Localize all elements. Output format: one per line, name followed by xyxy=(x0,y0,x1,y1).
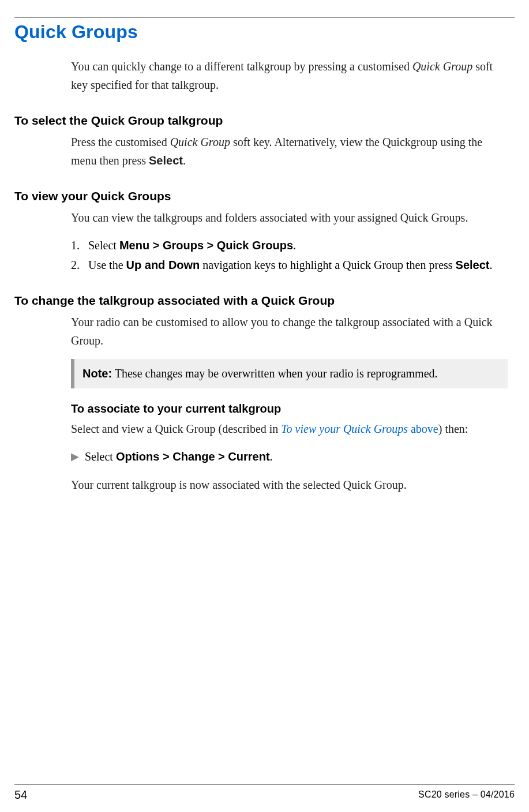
step-2-a: Use the xyxy=(88,259,126,271)
page-title: Quick Groups xyxy=(14,21,515,43)
sec3-sub-p1: Select and view a Quick Group (described… xyxy=(71,420,508,439)
sec1-text-c: . xyxy=(183,154,186,167)
sec3-sub-p1a: Select and view a Quick Group (described… xyxy=(71,422,281,435)
sec3-result: Your current talkgroup is now associated… xyxy=(71,476,508,495)
step-2-d: Select xyxy=(456,259,490,271)
step-2-b: Up and Down xyxy=(126,259,200,271)
step-1-a: Select xyxy=(88,239,119,252)
intro-italic: Quick Group xyxy=(412,60,472,73)
step-1-c: . xyxy=(293,239,296,252)
page-number: 54 xyxy=(14,788,27,802)
sec3-sub-p1b: ) then: xyxy=(438,422,468,435)
bullet-a: Select xyxy=(85,450,116,463)
section-heading-change: To change the talkgroup associated with … xyxy=(14,294,515,308)
document-id: SC20 series – 04/2016 xyxy=(418,788,515,802)
note-box: Note: These changes may be overwritten w… xyxy=(71,359,508,388)
intro-paragraph: You can quickly change to a different ta… xyxy=(71,58,508,94)
note-text: These changes may be overwritten when yo… xyxy=(112,367,437,380)
step-1: 1. Select Menu > Groups > Quick Groups. xyxy=(71,237,508,255)
sec1-bold: Select xyxy=(149,154,183,167)
top-rule xyxy=(14,17,515,18)
intro-pre: You can quickly change to a different ta… xyxy=(71,60,412,73)
bullet-step: ▶ Select Options > Change > Current. xyxy=(71,448,508,466)
link-above[interactable]: above xyxy=(408,422,438,435)
sec2-intro: You can view the talkgroups and folders … xyxy=(71,209,508,227)
steps-list: 1. Select Menu > Groups > Quick Groups. … xyxy=(71,237,508,274)
step-2-num: 2. xyxy=(71,256,80,274)
sec3-intro: Your radio can be customised to allow yo… xyxy=(71,313,508,350)
step-1-num: 1. xyxy=(71,237,80,255)
note-label: Note: xyxy=(82,367,112,380)
sec1-paragraph: Press the customised Quick Group soft ke… xyxy=(71,133,508,170)
step-1-b: Menu > Groups > Quick Groups xyxy=(119,239,293,252)
link-view-quick-groups[interactable]: To view your Quick Groups xyxy=(281,422,408,435)
sec1-italic: Quick Group xyxy=(170,136,230,148)
step-2: 2. Use the Up and Down navigation keys t… xyxy=(71,256,508,274)
sec1-text-a: Press the customised xyxy=(71,136,170,148)
section-heading-view: To view your Quick Groups xyxy=(14,189,515,203)
bullet-c: . xyxy=(270,450,273,463)
bullet-content: Select Options > Change > Current. xyxy=(85,448,273,466)
step-2-e: . xyxy=(490,259,493,271)
bullet-marker-icon: ▶ xyxy=(71,448,79,466)
section-heading-select: To select the Quick Group talkgroup xyxy=(14,114,515,128)
bullet-b: Options > Change > Current xyxy=(116,450,270,463)
subsection-heading-associate: To associate to your current talkgroup xyxy=(71,402,508,416)
page-footer: 54 SC20 series – 04/2016 xyxy=(14,784,515,802)
step-2-c: navigation keys to highlight a Quick Gro… xyxy=(200,259,455,271)
